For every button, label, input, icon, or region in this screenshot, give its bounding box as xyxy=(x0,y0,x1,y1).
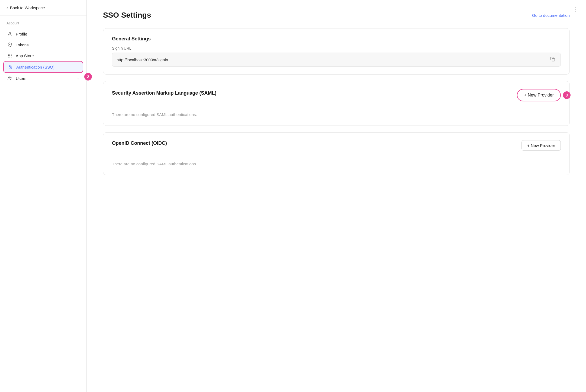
profile-label: Profile xyxy=(16,32,27,36)
authentication-sso-label: Authentication (SSO) xyxy=(16,65,54,69)
back-to-workspace-label: Back to Workspace xyxy=(10,5,45,10)
top-bar: ⋮ xyxy=(571,4,579,14)
svg-point-2 xyxy=(8,54,9,54)
page-header: SSO Settings Go to documentation xyxy=(103,11,570,20)
saml-title: Security Assertion Markup Language (SAML… xyxy=(112,90,216,96)
step-2-badge: 2 xyxy=(84,73,92,81)
signin-url-label: SignIn URL xyxy=(112,46,561,50)
lock-icon xyxy=(8,64,13,70)
svg-point-5 xyxy=(8,55,9,56)
oidc-new-provider-button[interactable]: + New Provider xyxy=(521,140,561,151)
documentation-link[interactable]: Go to documentation xyxy=(532,13,570,18)
people-icon xyxy=(7,76,12,81)
grid-icon xyxy=(7,53,12,58)
svg-point-10 xyxy=(11,57,12,57)
more-icon[interactable]: ⋮ xyxy=(571,4,579,14)
sidebar-item-tokens[interactable]: Tokens xyxy=(3,39,83,50)
step-3-badge: 3 xyxy=(563,91,571,99)
users-label: Users xyxy=(16,76,26,81)
copy-icon[interactable] xyxy=(549,56,556,63)
shield-icon xyxy=(7,42,12,47)
svg-point-14 xyxy=(10,77,11,78)
tokens-label: Tokens xyxy=(16,43,29,47)
svg-point-8 xyxy=(8,57,9,57)
oidc-empty-state: There are no configured SAML authenticat… xyxy=(112,159,561,167)
main-content: ⋮ SSO Settings Go to documentation Gener… xyxy=(87,0,586,392)
general-settings-title: General Settings xyxy=(112,36,561,42)
svg-point-6 xyxy=(9,55,10,56)
back-to-workspace-link[interactable]: ‹ Back to Workspace xyxy=(0,0,86,16)
saml-empty-state: There are no configured SAML authenticat… xyxy=(112,110,561,118)
signin-url-field: http://localhost:3000/#/signin xyxy=(112,53,561,67)
sidebar-item-profile[interactable]: Profile xyxy=(3,28,83,39)
svg-point-4 xyxy=(11,54,12,54)
oidc-card: OpenID Connect (OIDC) + New Provider The… xyxy=(103,132,570,175)
sidebar: ‹ Back to Workspace Account Profile xyxy=(0,0,87,392)
app-store-label: App Store xyxy=(16,53,34,58)
oidc-card-header: OpenID Connect (OIDC) + New Provider xyxy=(112,140,561,151)
sidebar-nav: Profile Tokens xyxy=(0,27,86,85)
page-title: SSO Settings xyxy=(103,11,151,20)
svg-point-12 xyxy=(10,68,11,68)
signin-url-value: http://localhost:3000/#/signin xyxy=(117,57,549,62)
svg-point-0 xyxy=(9,32,11,34)
chevron-left-icon: ‹ xyxy=(7,6,8,10)
sidebar-item-authentication-sso[interactable]: Authentication (SSO) xyxy=(3,61,83,73)
saml-card: Security Assertion Markup Language (SAML… xyxy=(103,81,570,126)
sidebar-item-app-store[interactable]: App Store xyxy=(3,50,83,61)
svg-point-9 xyxy=(9,57,10,57)
saml-card-header: Security Assertion Markup Language (SAML… xyxy=(112,89,561,101)
svg-point-3 xyxy=(9,54,10,54)
oidc-title: OpenID Connect (OIDC) xyxy=(112,140,167,146)
general-settings-card: General Settings SignIn URL http://local… xyxy=(103,28,570,75)
sidebar-item-users[interactable]: Users ⌄ xyxy=(3,73,83,84)
person-icon xyxy=(7,31,12,37)
saml-new-provider-button[interactable]: + New Provider xyxy=(517,89,561,101)
svg-point-13 xyxy=(9,77,10,78)
svg-rect-15 xyxy=(552,59,555,61)
sidebar-section-label: Account xyxy=(0,16,86,27)
svg-point-7 xyxy=(11,55,12,56)
chevron-down-icon: ⌄ xyxy=(77,76,79,80)
svg-point-1 xyxy=(9,44,10,45)
